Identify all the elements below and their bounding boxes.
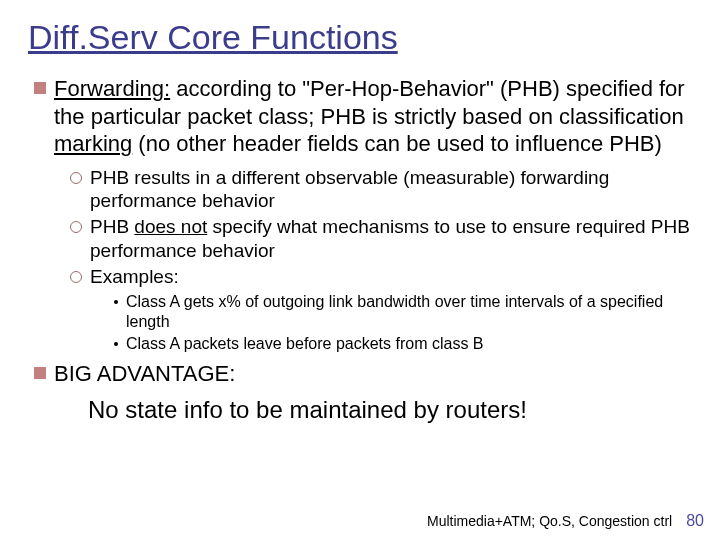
example-text-2: Class A packets leave before packets fro… (126, 334, 484, 354)
sub-text-1: PHB results in a different observable (m… (90, 166, 692, 214)
example-text-1: Class A gets x% of outgoing link bandwid… (126, 292, 692, 332)
square-bullet-icon (34, 82, 46, 94)
s2b: does not (134, 216, 207, 237)
slide-content: Diff.Serv Core Functions Forwarding: acc… (0, 0, 720, 424)
bullet-advantage: BIG ADVANTAGE: (34, 360, 692, 388)
sub-bullet-1: PHB results in a different observable (m… (70, 166, 692, 214)
footer-text: Multimedia+ATM; Qo.S, Congestion ctrl (427, 513, 672, 529)
forwarding-tail: (no other header fields can be used to i… (132, 131, 662, 156)
marking-word: marking (54, 131, 132, 156)
dot-bullet-icon (114, 342, 118, 346)
slide-title: Diff.Serv Core Functions (28, 18, 692, 57)
advantage-label: BIG ADVANTAGE: (54, 360, 235, 388)
sub-text-3: Examples: (90, 265, 179, 289)
s2a: PHB (90, 216, 134, 237)
advantage-statement: No state info to be maintained by router… (88, 396, 692, 424)
bullet-forwarding: Forwarding: according to "Per-Hop-Behavi… (34, 75, 692, 158)
circle-bullet-icon (70, 221, 82, 233)
page-number: 80 (686, 512, 704, 530)
sub-bullet-3: Examples: (70, 265, 692, 289)
circle-bullet-icon (70, 172, 82, 184)
sub-bullet-2: PHB does not specify what mechanisms to … (70, 215, 692, 263)
forwarding-label: Forwarding: (54, 76, 170, 101)
sub-text-2: PHB does not specify what mechanisms to … (90, 215, 692, 263)
sub-bullets: PHB results in a different observable (m… (70, 166, 692, 289)
example-bullets: Class A gets x% of outgoing link bandwid… (114, 292, 692, 354)
slide-footer: Multimedia+ATM; Qo.S, Congestion ctrl 80 (427, 512, 704, 530)
dot-bullet-icon (114, 300, 118, 304)
example-1: Class A gets x% of outgoing link bandwid… (114, 292, 692, 332)
square-bullet-icon (34, 367, 46, 379)
example-2: Class A packets leave before packets fro… (114, 334, 692, 354)
bullet-text: Forwarding: according to "Per-Hop-Behavi… (54, 75, 692, 158)
circle-bullet-icon (70, 271, 82, 283)
